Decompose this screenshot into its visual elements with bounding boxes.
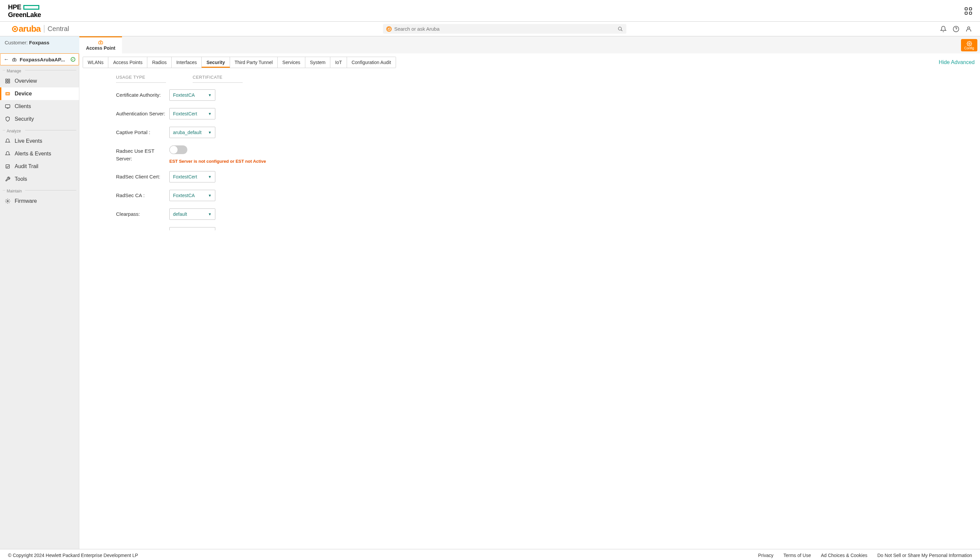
tab-services[interactable]: Services <box>278 57 305 68</box>
search-icon[interactable] <box>618 26 623 32</box>
aruba-text: aruba <box>19 24 41 34</box>
select-radsec-client-cert[interactable]: FoxtestCert ▼ <box>169 171 215 182</box>
context-name: FoxpassArubaAP... <box>20 57 65 62</box>
svg-rect-18 <box>6 165 10 169</box>
tab-system[interactable]: System <box>305 57 331 68</box>
chevron-down-icon: ▼ <box>208 93 212 97</box>
central-label: Central <box>44 25 69 33</box>
label-radsec-ca: RadSec CA : <box>116 190 169 200</box>
access-point-icon <box>79 40 122 45</box>
sidebar-item-label: Device <box>15 91 32 97</box>
section-analyze: Analyze <box>0 126 79 135</box>
svg-point-0 <box>618 27 621 30</box>
label-authentication-server: Authentication Server: <box>116 108 169 118</box>
status-ok-icon: ✓ <box>71 57 75 62</box>
footer-link-terms[interactable]: Terms of Use <box>783 552 811 558</box>
search-input[interactable] <box>394 26 615 32</box>
select-clearpass[interactable]: default ▼ <box>169 208 215 220</box>
chevron-down-icon: ▼ <box>208 112 212 116</box>
chevron-down-icon: ▼ <box>208 175 212 179</box>
sidebar-item-security[interactable]: Security <box>0 113 79 126</box>
search-box[interactable] <box>383 24 626 34</box>
svg-rect-15 <box>7 93 9 94</box>
select-value: FoxtestCA <box>173 193 195 198</box>
sidebar-item-label: Live Events <box>15 138 42 144</box>
footer-link-privacy[interactable]: Privacy <box>758 552 773 558</box>
chevron-down-icon: ▼ <box>208 131 212 134</box>
footer-link-donotsell[interactable]: Do Not Sell or Share My Personal Informa… <box>877 552 972 558</box>
select-certificate-authority[interactable]: FoxtestCA ▼ <box>169 89 215 101</box>
tab-iot[interactable]: IoT <box>330 57 346 68</box>
sidebar-item-tools[interactable]: Tools <box>0 173 79 185</box>
help-icon[interactable] <box>953 26 959 32</box>
sidebar-item-alerts[interactable]: Alerts & Events <box>0 147 79 160</box>
label-radsec-est: Radsec Use EST Server: <box>116 146 169 162</box>
device-type-icon <box>12 57 17 62</box>
label-certificate-authority: Certificate Authority: <box>116 89 169 99</box>
label-next <box>116 227 169 229</box>
audit-icon <box>5 164 11 169</box>
col-header-usage: USAGE TYPE <box>116 75 166 83</box>
config-button[interactable]: Config <box>961 39 977 51</box>
select-authentication-server[interactable]: FoxtestCert ▼ <box>169 108 215 119</box>
sidebar-item-label: Tools <box>15 176 27 182</box>
back-arrow-icon[interactable]: ← <box>4 56 9 62</box>
notifications-icon[interactable] <box>940 26 947 32</box>
sidebar-item-device[interactable]: Device <box>0 88 79 100</box>
tab-third-party-tunnel[interactable]: Third Party Tunnel <box>230 57 278 68</box>
sidebar-item-label: Overview <box>15 78 37 84</box>
tab-configuration-audit[interactable]: Configuration Audit <box>347 57 396 68</box>
sidebar-item-label: Clients <box>15 103 31 109</box>
sidebar-item-live-events[interactable]: Live Events <box>0 135 79 147</box>
access-point-tab[interactable]: Access Point <box>79 36 122 53</box>
customer-box[interactable]: Customer: Foxpass <box>0 36 79 53</box>
est-warning-text: EST Server is not configured or EST not … <box>169 159 266 164</box>
sidebar-item-clients[interactable]: Clients <box>0 100 79 113</box>
select-value: default <box>173 212 187 217</box>
label-captive-portal: Captive Portal : <box>116 127 169 136</box>
device-icon <box>5 91 11 96</box>
sidebar: ← FoxpassArubaAP... ✓ Manage Overview De… <box>0 53 79 549</box>
select-radsec-ca[interactable]: FoxtestCA ▼ <box>169 190 215 201</box>
tab-interfaces[interactable]: Interfaces <box>172 57 202 68</box>
hide-advanced-link[interactable]: Hide Advanced <box>939 60 977 65</box>
svg-point-4 <box>968 26 970 29</box>
svg-rect-10 <box>6 79 7 81</box>
svg-point-6 <box>100 42 101 43</box>
svg-rect-12 <box>6 81 7 83</box>
select-partial[interactable] <box>169 227 215 230</box>
sidebar-item-firmware[interactable]: Firmware <box>0 195 79 207</box>
svg-rect-13 <box>8 81 10 83</box>
context-chip[interactable]: ← FoxpassArubaAP... ✓ <box>0 53 79 65</box>
config-tabs: WLANs Access Points Radios Interfaces Se… <box>82 57 396 68</box>
sidebar-item-label: Alerts & Events <box>15 151 51 157</box>
access-point-label: Access Point <box>79 45 122 51</box>
customer-label: Customer: <box>5 40 29 45</box>
customer-value: Foxpass <box>29 40 49 45</box>
aruba-logo[interactable]: aruba <box>12 24 41 34</box>
select-captive-portal[interactable]: aruba_default ▼ <box>169 127 215 138</box>
tab-access-points[interactable]: Access Points <box>108 57 147 68</box>
tab-security[interactable]: Security <box>202 57 230 68</box>
toggle-radsec-est[interactable] <box>169 146 187 154</box>
sidebar-item-audit[interactable]: Audit Trail <box>0 160 79 173</box>
tab-wlans[interactable]: WLANs <box>83 57 108 68</box>
user-icon[interactable] <box>965 26 972 32</box>
bell-icon <box>5 151 11 156</box>
svg-point-7 <box>968 43 970 45</box>
section-maintain: Maintain <box>0 185 79 195</box>
hpe-text: HPE <box>8 3 21 11</box>
hpe-box-icon <box>23 5 40 10</box>
context-row: Customer: Foxpass Access Point Config <box>0 36 980 53</box>
config-label: Config <box>964 46 974 50</box>
svg-point-19 <box>7 200 8 202</box>
hpe-logo[interactable]: HPE GreenLake <box>8 3 41 19</box>
overview-icon <box>5 78 11 84</box>
footer-link-ads[interactable]: Ad Choices & Cookies <box>821 552 867 558</box>
apps-grid-icon[interactable] <box>965 7 972 15</box>
sidebar-item-overview[interactable]: Overview <box>0 75 79 88</box>
label-clearpass: Clearpass: <box>116 208 169 218</box>
tab-radios[interactable]: Radios <box>147 57 172 68</box>
section-manage: Manage <box>0 65 79 75</box>
chevron-down-icon: ▼ <box>208 194 212 197</box>
